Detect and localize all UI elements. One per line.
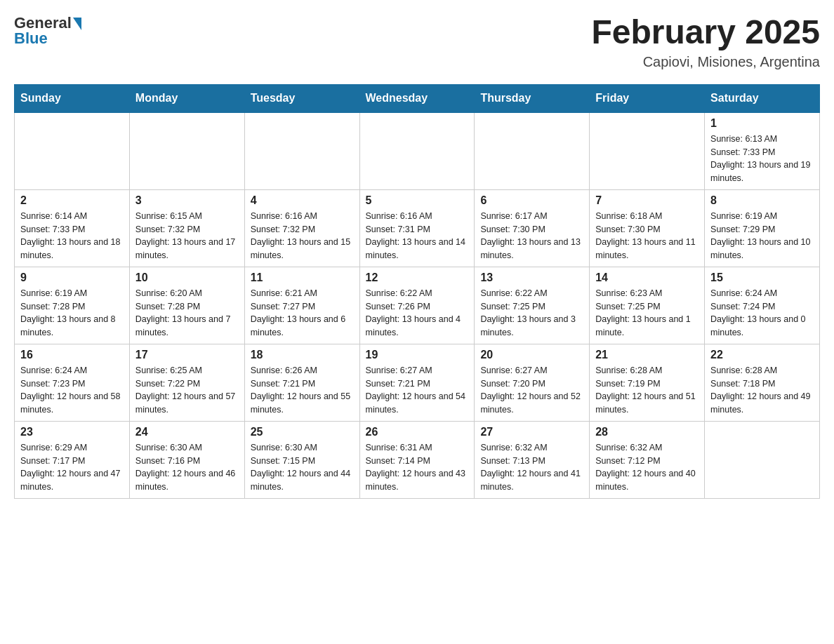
header-tuesday: Tuesday xyxy=(244,84,359,112)
header-sunday: Sunday xyxy=(15,84,130,112)
day-info: Sunrise: 6:22 AMSunset: 7:26 PMDaylight:… xyxy=(366,287,469,340)
table-row xyxy=(244,112,359,190)
day-number: 23 xyxy=(20,426,124,438)
day-info: Sunrise: 6:30 AMSunset: 7:16 PMDaylight:… xyxy=(135,441,239,494)
day-number: 20 xyxy=(480,349,583,361)
table-row: 12Sunrise: 6:22 AMSunset: 7:26 PMDayligh… xyxy=(359,267,475,344)
day-number: 13 xyxy=(480,271,583,284)
day-info: Sunrise: 6:32 AMSunset: 7:12 PMDaylight:… xyxy=(595,441,699,494)
day-info: Sunrise: 6:24 AMSunset: 7:23 PMDaylight:… xyxy=(20,364,124,417)
table-row: 7Sunrise: 6:18 AMSunset: 7:30 PMDaylight… xyxy=(590,189,705,267)
day-info: Sunrise: 6:31 AMSunset: 7:14 PMDaylight:… xyxy=(366,441,469,494)
table-row: 20Sunrise: 6:27 AMSunset: 7:20 PMDayligh… xyxy=(475,344,590,421)
day-info: Sunrise: 6:27 AMSunset: 7:20 PMDaylight:… xyxy=(480,364,583,417)
week-row-5: 23Sunrise: 6:29 AMSunset: 7:17 PMDayligh… xyxy=(15,421,820,498)
day-number: 24 xyxy=(135,426,239,438)
day-info: Sunrise: 6:29 AMSunset: 7:17 PMDaylight:… xyxy=(20,441,124,494)
logo-blue-text: Blue xyxy=(14,29,48,48)
day-number: 6 xyxy=(480,194,583,207)
day-number: 15 xyxy=(710,271,814,284)
day-info: Sunrise: 6:23 AMSunset: 7:25 PMDaylight:… xyxy=(595,287,699,340)
table-row: 18Sunrise: 6:26 AMSunset: 7:21 PMDayligh… xyxy=(244,344,359,421)
day-info: Sunrise: 6:16 AMSunset: 7:31 PMDaylight:… xyxy=(366,210,469,262)
day-number: 14 xyxy=(595,271,699,284)
day-info: Sunrise: 6:15 AMSunset: 7:32 PMDaylight:… xyxy=(135,210,239,262)
day-info: Sunrise: 6:17 AMSunset: 7:30 PMDaylight:… xyxy=(480,210,583,262)
day-number: 22 xyxy=(710,349,814,361)
day-number: 1 xyxy=(710,117,814,130)
week-row-1: 1Sunrise: 6:13 AMSunset: 7:33 PMDaylight… xyxy=(15,112,820,190)
day-number: 25 xyxy=(251,426,354,438)
week-row-3: 9Sunrise: 6:19 AMSunset: 7:28 PMDaylight… xyxy=(15,267,820,344)
day-info: Sunrise: 6:25 AMSunset: 7:22 PMDaylight:… xyxy=(135,364,239,417)
logo-arrow-icon xyxy=(73,18,81,30)
table-row: 3Sunrise: 6:15 AMSunset: 7:32 PMDaylight… xyxy=(129,189,244,267)
table-row: 14Sunrise: 6:23 AMSunset: 7:25 PMDayligh… xyxy=(590,267,705,344)
header-thursday: Thursday xyxy=(475,84,590,112)
day-number: 11 xyxy=(251,271,354,284)
day-info: Sunrise: 6:28 AMSunset: 7:18 PMDaylight:… xyxy=(710,364,814,417)
table-row: 17Sunrise: 6:25 AMSunset: 7:22 PMDayligh… xyxy=(129,344,244,421)
day-info: Sunrise: 6:30 AMSunset: 7:15 PMDaylight:… xyxy=(251,441,354,494)
logo: General Blue xyxy=(14,14,81,48)
table-row xyxy=(590,112,705,190)
day-info: Sunrise: 6:18 AMSunset: 7:30 PMDaylight:… xyxy=(595,210,699,262)
day-number: 26 xyxy=(366,426,469,438)
day-number: 9 xyxy=(20,271,124,284)
table-row: 15Sunrise: 6:24 AMSunset: 7:24 PMDayligh… xyxy=(705,267,820,344)
day-info: Sunrise: 6:14 AMSunset: 7:33 PMDaylight:… xyxy=(20,210,124,262)
day-info: Sunrise: 6:26 AMSunset: 7:21 PMDaylight:… xyxy=(251,364,354,417)
day-info: Sunrise: 6:24 AMSunset: 7:24 PMDaylight:… xyxy=(710,287,814,340)
header-monday: Monday xyxy=(129,84,244,112)
table-row xyxy=(15,112,130,190)
week-row-2: 2Sunrise: 6:14 AMSunset: 7:33 PMDaylight… xyxy=(15,189,820,267)
table-row: 27Sunrise: 6:32 AMSunset: 7:13 PMDayligh… xyxy=(475,421,590,498)
day-info: Sunrise: 6:20 AMSunset: 7:28 PMDaylight:… xyxy=(135,287,239,340)
day-number: 10 xyxy=(135,271,239,284)
table-row xyxy=(705,421,820,498)
title-block: February 2025 Capiovi, Misiones, Argenti… xyxy=(591,14,820,70)
calendar-table: SundayMondayTuesdayWednesdayThursdayFrid… xyxy=(14,84,820,499)
day-number: 5 xyxy=(366,194,469,207)
day-info: Sunrise: 6:19 AMSunset: 7:28 PMDaylight:… xyxy=(20,287,124,340)
table-row: 5Sunrise: 6:16 AMSunset: 7:31 PMDaylight… xyxy=(359,189,475,267)
table-row: 26Sunrise: 6:31 AMSunset: 7:14 PMDayligh… xyxy=(359,421,475,498)
day-number: 18 xyxy=(251,349,354,361)
day-number: 12 xyxy=(366,271,469,284)
day-number: 27 xyxy=(480,426,583,438)
day-number: 17 xyxy=(135,349,239,361)
day-info: Sunrise: 6:21 AMSunset: 7:27 PMDaylight:… xyxy=(251,287,354,340)
week-row-4: 16Sunrise: 6:24 AMSunset: 7:23 PMDayligh… xyxy=(15,344,820,421)
table-row: 9Sunrise: 6:19 AMSunset: 7:28 PMDaylight… xyxy=(15,267,130,344)
table-row: 8Sunrise: 6:19 AMSunset: 7:29 PMDaylight… xyxy=(705,189,820,267)
table-row: 10Sunrise: 6:20 AMSunset: 7:28 PMDayligh… xyxy=(129,267,244,344)
table-row: 28Sunrise: 6:32 AMSunset: 7:12 PMDayligh… xyxy=(590,421,705,498)
table-row: 4Sunrise: 6:16 AMSunset: 7:32 PMDaylight… xyxy=(244,189,359,267)
day-info: Sunrise: 6:22 AMSunset: 7:25 PMDaylight:… xyxy=(480,287,583,340)
header-wednesday: Wednesday xyxy=(359,84,475,112)
day-number: 21 xyxy=(595,349,699,361)
calendar-title: February 2025 xyxy=(591,14,820,51)
day-info: Sunrise: 6:19 AMSunset: 7:29 PMDaylight:… xyxy=(710,210,814,262)
day-info: Sunrise: 6:28 AMSunset: 7:19 PMDaylight:… xyxy=(595,364,699,417)
table-row: 11Sunrise: 6:21 AMSunset: 7:27 PMDayligh… xyxy=(244,267,359,344)
day-info: Sunrise: 6:32 AMSunset: 7:13 PMDaylight:… xyxy=(480,441,583,494)
table-row: 19Sunrise: 6:27 AMSunset: 7:21 PMDayligh… xyxy=(359,344,475,421)
days-of-week-row: SundayMondayTuesdayWednesdayThursdayFrid… xyxy=(15,84,820,112)
header-saturday: Saturday xyxy=(705,84,820,112)
table-row: 16Sunrise: 6:24 AMSunset: 7:23 PMDayligh… xyxy=(15,344,130,421)
table-row xyxy=(475,112,590,190)
header-friday: Friday xyxy=(590,84,705,112)
day-number: 4 xyxy=(251,194,354,207)
day-number: 28 xyxy=(595,426,699,438)
calendar-subtitle: Capiovi, Misiones, Argentina xyxy=(591,54,820,70)
day-number: 2 xyxy=(20,194,124,207)
table-row: 24Sunrise: 6:30 AMSunset: 7:16 PMDayligh… xyxy=(129,421,244,498)
day-number: 7 xyxy=(595,194,699,207)
table-row: 21Sunrise: 6:28 AMSunset: 7:19 PMDayligh… xyxy=(590,344,705,421)
table-row: 22Sunrise: 6:28 AMSunset: 7:18 PMDayligh… xyxy=(705,344,820,421)
table-row: 13Sunrise: 6:22 AMSunset: 7:25 PMDayligh… xyxy=(475,267,590,344)
page-header: General Blue February 2025 Capiovi, Misi… xyxy=(14,14,820,70)
table-row: 1Sunrise: 6:13 AMSunset: 7:33 PMDaylight… xyxy=(705,112,820,190)
day-info: Sunrise: 6:16 AMSunset: 7:32 PMDaylight:… xyxy=(251,210,354,262)
